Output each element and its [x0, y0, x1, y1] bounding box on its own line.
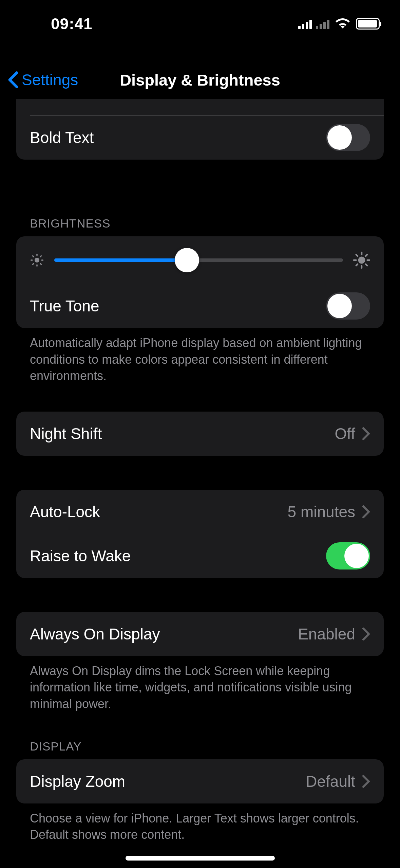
text-group: Bold Text	[16, 99, 384, 160]
brightness-header: BRIGHTNESS	[0, 217, 400, 236]
display-zoom-value: Default	[306, 772, 355, 791]
svg-line-16	[356, 264, 358, 266]
chevron-right-icon	[362, 775, 370, 788]
svg-line-7	[33, 264, 34, 264]
cellular-signal-secondary-icon	[316, 18, 329, 29]
raise-to-wake-label: Raise to Wake	[30, 547, 131, 565]
brightness-slider-row[interactable]	[16, 236, 384, 284]
svg-point-9	[358, 257, 365, 264]
night-shift-group: Night Shift Off	[16, 412, 384, 456]
chevron-right-icon	[362, 627, 370, 641]
auto-lock-value: 5 minutes	[288, 503, 355, 521]
back-label: Settings	[22, 71, 78, 89]
always-on-label: Always On Display	[30, 625, 160, 643]
always-on-row[interactable]: Always On Display Enabled	[16, 612, 384, 656]
always-on-value: Enabled	[298, 625, 355, 643]
night-shift-label: Night Shift	[30, 424, 102, 443]
true-tone-row[interactable]: True Tone	[16, 284, 384, 328]
wifi-icon	[336, 18, 350, 30]
cellular-signal-icon	[298, 18, 312, 29]
brightness-slider-thumb[interactable]	[175, 248, 199, 272]
brightness-low-icon	[30, 253, 44, 267]
always-on-footer: Always On Display dims the Lock Screen w…	[0, 656, 400, 712]
svg-line-17	[366, 255, 367, 256]
content-scroll[interactable]: Bold Text BRIGHTNESS	[0, 99, 400, 868]
svg-line-8	[40, 256, 41, 257]
raise-to-wake-toggle[interactable]	[326, 542, 370, 569]
lock-group: Auto-Lock 5 minutes Raise to Wake	[16, 490, 384, 578]
display-zoom-row[interactable]: Display Zoom Default	[16, 759, 384, 803]
true-tone-footer: Automatically adapt iPhone display based…	[0, 328, 400, 384]
night-shift-row[interactable]: Night Shift Off	[16, 412, 384, 456]
chevron-left-icon	[7, 71, 19, 89]
always-on-group: Always On Display Enabled	[16, 612, 384, 656]
auto-lock-row[interactable]: Auto-Lock 5 minutes	[16, 490, 384, 534]
svg-line-15	[366, 264, 367, 266]
status-time: 09:41	[51, 15, 93, 33]
bold-text-row[interactable]: Bold Text	[16, 115, 384, 160]
night-shift-value: Off	[335, 424, 355, 443]
brightness-group: True Tone	[16, 236, 384, 328]
brightness-high-icon	[353, 252, 370, 269]
svg-line-14	[356, 255, 358, 256]
svg-line-5	[33, 256, 34, 257]
chevron-right-icon	[362, 427, 370, 440]
chevron-right-icon	[362, 505, 370, 519]
bold-text-label: Bold Text	[30, 128, 94, 147]
display-zoom-label: Display Zoom	[30, 772, 125, 791]
true-tone-label: True Tone	[30, 297, 99, 315]
svg-line-6	[40, 264, 41, 264]
status-bar: 09:41	[0, 0, 400, 48]
raise-to-wake-row[interactable]: Raise to Wake	[16, 534, 384, 578]
back-button[interactable]: Settings	[0, 71, 78, 89]
brightness-slider[interactable]	[54, 258, 343, 262]
home-indicator[interactable]	[126, 856, 275, 861]
display-zoom-group: Display Zoom Default	[16, 759, 384, 803]
true-tone-toggle[interactable]	[326, 292, 370, 320]
status-icons	[298, 18, 380, 30]
bold-text-toggle[interactable]	[326, 124, 370, 151]
auto-lock-label: Auto-Lock	[30, 503, 100, 521]
display-header: DISPLAY	[0, 740, 400, 759]
cut-off-row	[16, 99, 384, 115]
svg-point-0	[35, 258, 39, 263]
settings-screen: 09:41 Settings Display & Brightness	[0, 0, 400, 868]
nav-bar: Settings Display & Brightness	[0, 61, 400, 98]
display-zoom-footer: Choose a view for iPhone. Larger Text sh…	[0, 803, 400, 843]
battery-icon	[356, 18, 380, 30]
